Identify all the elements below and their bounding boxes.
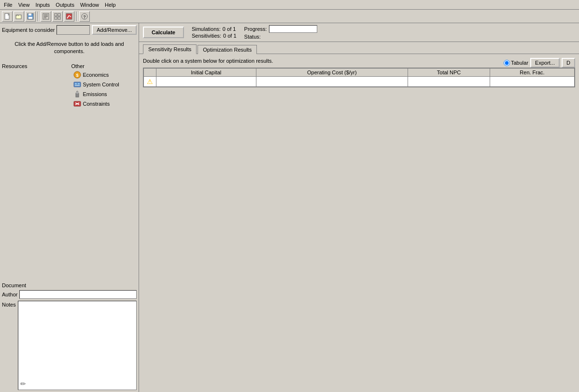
- simulations-label: Simulations:: [192, 26, 221, 32]
- open-button[interactable]: [14, 11, 24, 22]
- svg-rect-4: [28, 17, 32, 19]
- sensitivities-label: Sensitivities:: [192, 33, 221, 39]
- progress-row: Progress:: [244, 25, 317, 33]
- col-initial-capital: Initial Capital: [156, 69, 256, 77]
- warning-icon: ⚠: [147, 78, 153, 85]
- results-area: Double click on a system below for optim…: [139, 54, 579, 392]
- new-button[interactable]: [2, 11, 13, 22]
- svg-rect-3: [28, 14, 31, 15]
- svg-rect-13: [66, 14, 72, 19]
- status-label: Status:: [244, 34, 261, 40]
- calculate-button[interactable]: Calculate: [143, 27, 184, 38]
- separator-1: [38, 12, 39, 21]
- progress-group: Progress: Status:: [244, 25, 317, 40]
- menu-inputs[interactable]: Inputs: [32, 1, 53, 9]
- author-label: Author: [2, 292, 17, 297]
- hint-text: Click the Add/Remove button to add loads…: [2, 41, 137, 56]
- col-ren-frac: Ren. Frac.: [490, 69, 575, 77]
- sensitivity-button[interactable]: [64, 11, 74, 22]
- svg-text:$: $: [76, 73, 78, 78]
- ren-frac-cell: [490, 77, 575, 87]
- status-row: Status:: [244, 34, 317, 40]
- main-layout: Equipment to consider Add/Remove... Clic…: [0, 23, 579, 392]
- section-group: Resources Other $ Economics System Contr…: [2, 61, 137, 109]
- help-button[interactable]: ?: [79, 11, 90, 22]
- sensitivities-row: Sensitivities: 0 of 1: [192, 33, 237, 39]
- menu-file[interactable]: File: [1, 1, 15, 9]
- nav-emissions-label: Emissions: [83, 91, 107, 97]
- menu-bar: File View Inputs Outputs Window Help: [0, 0, 579, 10]
- tabular-radio-option[interactable]: Tabular: [504, 60, 528, 66]
- system-control-icon: [73, 81, 81, 88]
- tabs-bar: Sensitivity Results Optimization Results: [139, 42, 579, 54]
- resources-label: Resources: [2, 63, 68, 69]
- view-options: Tabular Export... D: [504, 58, 575, 68]
- nav-emissions[interactable]: Emissions: [71, 89, 137, 99]
- save-button[interactable]: [25, 11, 36, 22]
- emissions-icon: [73, 90, 81, 98]
- initial-capital-cell: [156, 77, 256, 87]
- menu-outputs[interactable]: Outputs: [53, 1, 77, 9]
- grid-button[interactable]: [52, 11, 63, 22]
- notes-area-wrapper: ✏: [18, 301, 137, 390]
- tab-sensitivity[interactable]: Sensitivity Results: [143, 44, 197, 54]
- col-operating-cost: Operating Cost ($/yr): [256, 69, 408, 77]
- notes-row: Notes ✏: [2, 301, 137, 390]
- tabular-label: Tabular: [511, 60, 528, 66]
- equipment-input: [56, 25, 90, 35]
- col-warning: [144, 69, 156, 77]
- svg-rect-9: [55, 14, 57, 16]
- svg-rect-12: [58, 17, 60, 19]
- svg-rect-22: [78, 83, 80, 84]
- toolbar: ?: [0, 10, 579, 23]
- progress-bar: [269, 25, 317, 33]
- nav-constraints-label: Constraints: [83, 101, 110, 107]
- menu-help[interactable]: Help: [102, 1, 119, 9]
- nav-economics-label: Economics: [83, 72, 109, 78]
- svg-text:?: ?: [83, 14, 86, 19]
- right-panel: Calculate Simulations: 0 of 1 Sensitivit…: [139, 23, 579, 392]
- equipment-label: Equipment to consider: [2, 27, 55, 33]
- author-row: Author: [2, 290, 137, 299]
- calc-bar: Calculate Simulations: 0 of 1 Sensitivit…: [139, 23, 579, 42]
- svg-rect-10: [58, 14, 60, 16]
- sensitivities-value: 0 of 1: [223, 33, 237, 39]
- results-table: Initial Capital Operating Cost ($/yr) To…: [143, 68, 575, 87]
- nav-system-control[interactable]: System Control: [71, 80, 137, 89]
- col-total-npc: Total NPC: [408, 69, 490, 77]
- equipment-row: Equipment to consider Add/Remove...: [2, 25, 137, 35]
- nav-economics[interactable]: $ Economics: [71, 70, 137, 80]
- operating-cost-cell: [256, 77, 408, 87]
- table-row-warning: ⚠: [144, 77, 575, 87]
- tab-optimization[interactable]: Optimization Results: [198, 45, 257, 54]
- details-button[interactable]: D: [562, 58, 575, 68]
- total-npc-cell: [408, 77, 490, 87]
- properties-button[interactable]: [41, 11, 51, 22]
- other-col: Other $ Economics System Control: [71, 61, 137, 109]
- tabular-radio[interactable]: [504, 60, 510, 66]
- sim-info: Simulations: 0 of 1 Sensitivities: 0 of …: [192, 26, 237, 39]
- svg-rect-24: [76, 93, 79, 97]
- nav-system-control-label: System Control: [83, 82, 119, 87]
- simulations-row: Simulations: 0 of 1: [192, 26, 237, 32]
- author-input[interactable]: [19, 290, 137, 299]
- simulations-value: 0 of 1: [223, 26, 236, 32]
- export-button[interactable]: Export...: [530, 58, 560, 68]
- menu-view[interactable]: View: [15, 1, 33, 9]
- notes-pencil-icon: ✏: [20, 380, 26, 388]
- nav-constraints[interactable]: Constraints: [71, 99, 137, 109]
- other-label: Other: [71, 63, 137, 69]
- constraints-icon: [73, 100, 81, 108]
- resources-col: Resources: [2, 61, 68, 109]
- notes-textarea[interactable]: [18, 301, 136, 390]
- separator-2: [76, 12, 77, 21]
- left-panel: Equipment to consider Add/Remove... Clic…: [0, 23, 139, 392]
- add-remove-button[interactable]: Add/Remove...: [92, 25, 137, 35]
- notes-label: Notes: [2, 302, 16, 308]
- menu-window[interactable]: Window: [77, 1, 102, 9]
- warning-cell: ⚠: [144, 77, 156, 87]
- document-label: Document: [2, 282, 137, 288]
- svg-point-25: [76, 92, 79, 94]
- economics-icon: $: [73, 71, 81, 79]
- results-table-wrapper: Initial Capital Operating Cost ($/yr) To…: [143, 68, 575, 87]
